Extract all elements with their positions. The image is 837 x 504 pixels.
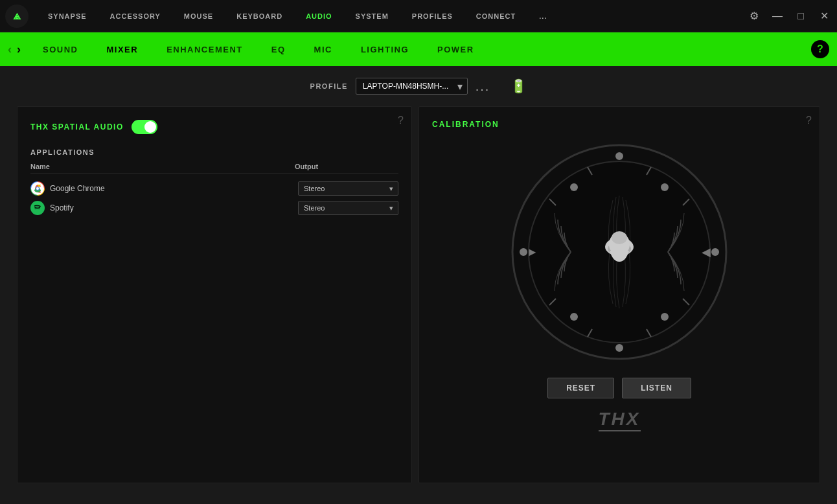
nav-item-keyboard[interactable]: KEYBOARD: [225, 0, 294, 32]
maximize-icon[interactable]: □: [793, 10, 808, 22]
profile-label: PROFILE: [310, 82, 348, 90]
chrome-output-select-wrapper: Stereo 7.1 Surround 5.1 Surround: [298, 181, 398, 196]
close-icon[interactable]: ✕: [816, 10, 832, 22]
nav-item-synapse[interactable]: SYNAPSE: [36, 0, 98, 32]
applications-section: APPLICATIONS Name Output Goog: [30, 148, 398, 218]
profile-select-wrapper: LAPTOP-MN48HSMH-...: [356, 78, 468, 95]
spotify-app-name: Spotify: [50, 203, 293, 212]
chrome-app-name: Google Chrome: [50, 184, 293, 193]
left-panel: ? THX SPATIAL AUDIO APPLICATIONS Name Ou…: [17, 106, 412, 483]
sub-nav-sound[interactable]: SOUND: [29, 32, 92, 66]
svg-point-31: [612, 231, 627, 244]
svg-text:►: ►: [527, 246, 538, 258]
svg-point-10: [615, 152, 623, 160]
top-nav-items: SYNAPSE ACCESSORY MOUSE KEYBOARD AUDIO S…: [36, 0, 746, 32]
nav-item-more[interactable]: ...: [527, 0, 558, 32]
svg-point-20: [570, 313, 578, 321]
listen-button[interactable]: LISTEN: [622, 378, 691, 398]
app-row-spotify: Spotify Stereo 7.1 Surround 5.1 Surround: [30, 198, 398, 218]
svg-point-12: [661, 183, 669, 191]
nav-item-mouse[interactable]: MOUSE: [172, 0, 225, 32]
sub-navigation: ‹ › SOUND MIXER ENHANCEMENT EQ MIC LIGHT…: [0, 32, 837, 66]
sub-nav-power[interactable]: POWER: [423, 32, 488, 66]
top-navigation: ⟁ SYNAPSE ACCESSORY MOUSE KEYBOARD AUDIO…: [0, 0, 837, 32]
applications-title: APPLICATIONS: [30, 148, 398, 156]
svg-point-16: [661, 313, 669, 321]
nav-item-profiles[interactable]: PROFILES: [400, 0, 464, 32]
sub-nav-lighting[interactable]: LIGHTING: [347, 32, 423, 66]
battery-icon: 🔋: [510, 78, 527, 94]
nav-item-connect[interactable]: CONNECT: [464, 0, 527, 32]
svg-point-18: [615, 344, 623, 352]
thx-header: THX SPATIAL AUDIO: [30, 120, 398, 134]
spotify-output-select-wrapper: Stereo 7.1 Surround 5.1 Surround: [298, 201, 398, 215]
col-name-label: Name: [30, 163, 295, 170]
thx-spatial-audio-title: THX SPATIAL AUDIO: [30, 122, 124, 132]
thx-logo: THX: [599, 409, 641, 430]
settings-icon[interactable]: ⚙: [746, 10, 762, 22]
calibration-title: CALIBRATION: [432, 120, 499, 129]
profile-bar: PROFILE LAPTOP-MN48HSMH-... ... 🔋: [0, 66, 837, 106]
sub-nav-mixer[interactable]: MIXER: [92, 32, 152, 66]
calibration-svg: ► ◀: [509, 142, 729, 362]
svg-text:◀: ◀: [702, 246, 711, 258]
forward-arrow[interactable]: ›: [17, 43, 21, 56]
col-output-label: Output: [295, 163, 398, 170]
spotify-output-select[interactable]: Stereo 7.1 Surround 5.1 Surround: [298, 201, 398, 215]
sub-nav-enhancement[interactable]: ENHANCEMENT: [152, 32, 257, 66]
sub-nav-eq[interactable]: EQ: [257, 32, 300, 66]
sub-nav-items: SOUND MIXER ENHANCEMENT EQ MIC LIGHTING …: [29, 32, 811, 66]
profile-more-button[interactable]: ...: [476, 79, 490, 94]
window-controls: ⚙ — □ ✕: [746, 10, 832, 22]
chrome-app-icon: [30, 181, 45, 196]
thx-toggle[interactable]: [132, 120, 157, 134]
svg-point-5: [31, 201, 44, 214]
calibration-buttons: RESET LISTEN: [547, 378, 691, 398]
right-panel: CALIBRATION ?: [418, 106, 820, 483]
left-panel-help-icon[interactable]: ?: [398, 115, 404, 126]
profile-select[interactable]: LAPTOP-MN48HSMH-...: [356, 78, 468, 95]
right-panel-help-icon[interactable]: ?: [806, 115, 812, 126]
apps-column-header: Name Output: [30, 160, 398, 174]
nav-item-system[interactable]: SYSTEM: [344, 0, 400, 32]
main-content: ? THX SPATIAL AUDIO APPLICATIONS Name Ou…: [0, 106, 837, 500]
nav-item-audio[interactable]: AUDIO: [294, 0, 343, 32]
chrome-output-select[interactable]: Stereo 7.1 Surround 5.1 Surround: [298, 181, 398, 196]
nav-arrows: ‹ ›: [8, 43, 21, 56]
svg-text:⟁: ⟁: [13, 8, 21, 22]
back-arrow[interactable]: ‹: [8, 43, 12, 56]
reset-button[interactable]: RESET: [547, 378, 614, 398]
svg-point-14: [711, 248, 719, 256]
minimize-icon[interactable]: —: [770, 10, 785, 22]
svg-point-22: [520, 248, 527, 256]
razer-logo: ⟁: [5, 5, 29, 28]
nav-item-accessory[interactable]: ACCESSORY: [98, 0, 172, 32]
app-row-chrome: Google Chrome Stereo 7.1 Surround 5.1 Su…: [30, 179, 398, 198]
sub-nav-mic[interactable]: MIC: [300, 32, 347, 66]
spotify-app-icon: [30, 201, 45, 215]
sub-nav-help-button[interactable]: ?: [811, 40, 829, 58]
calibration-visualizer: ► ◀: [509, 142, 729, 362]
svg-point-24: [570, 183, 578, 191]
svg-point-4: [36, 187, 39, 190]
